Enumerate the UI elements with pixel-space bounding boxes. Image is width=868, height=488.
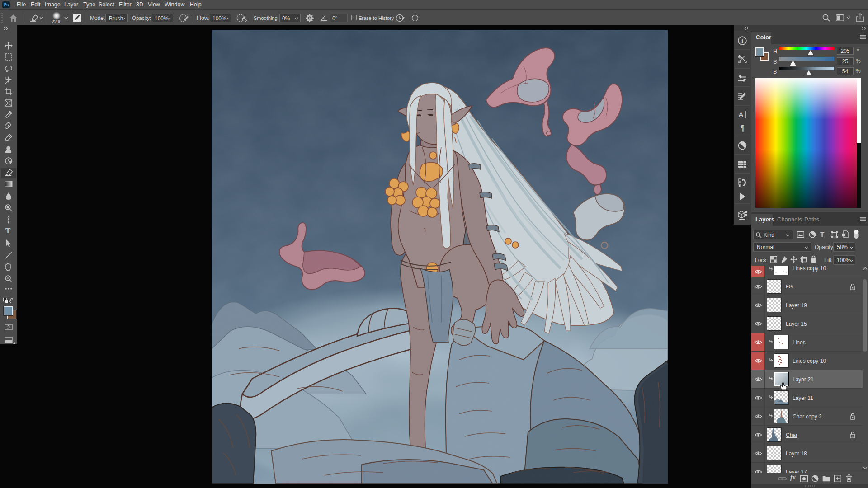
svg-text:A: A [738, 111, 744, 119]
svg-text:¶: ¶ [741, 124, 744, 133]
svg-text:i: i [741, 38, 743, 44]
